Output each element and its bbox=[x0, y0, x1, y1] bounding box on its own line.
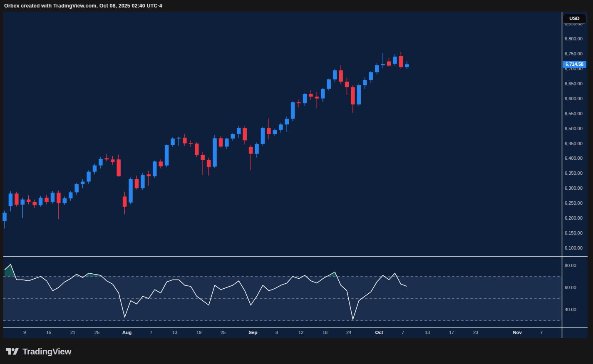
time-axis-label: 21 bbox=[70, 330, 75, 335]
candle-body bbox=[9, 193, 13, 206]
candle-body bbox=[243, 128, 247, 140]
price-axis-label: 6,450.00 bbox=[565, 141, 583, 146]
chart-page: Orbex created with TradingView.com, Oct … bbox=[0, 0, 593, 364]
candle-body bbox=[63, 198, 67, 203]
candle-body bbox=[2, 213, 7, 221]
candle-body bbox=[93, 166, 97, 172]
candle-body bbox=[267, 128, 271, 134]
candle-body bbox=[195, 144, 199, 155]
candle-body bbox=[27, 200, 31, 202]
candle-body bbox=[381, 64, 385, 65]
candle bbox=[291, 102, 295, 121]
candle-body bbox=[297, 102, 301, 103]
candle-body bbox=[87, 172, 91, 182]
candle-body bbox=[333, 70, 337, 79]
candle-body bbox=[141, 175, 145, 188]
candle bbox=[357, 84, 361, 106]
candle-body bbox=[321, 89, 325, 99]
candle-body bbox=[387, 62, 391, 66]
tradingview-logo-text: TradingView bbox=[22, 347, 71, 357]
candle-body bbox=[345, 82, 349, 87]
candle-body bbox=[207, 160, 211, 167]
candle bbox=[129, 177, 133, 204]
candle-body bbox=[81, 181, 85, 184]
candle-body bbox=[303, 94, 307, 103]
price-axis-label: 6,650.00 bbox=[565, 81, 583, 87]
candle-body bbox=[285, 119, 289, 125]
time-axis-label: 24 bbox=[346, 330, 351, 335]
price-axis-label: 6,100.00 bbox=[565, 245, 583, 251]
candle-body bbox=[231, 134, 235, 139]
candle-body bbox=[327, 79, 331, 89]
candle-body bbox=[405, 64, 409, 67]
candle-body bbox=[147, 174, 151, 176]
currency-toggle-button[interactable]: USD bbox=[563, 14, 586, 24]
candle-body bbox=[123, 196, 127, 206]
last-price-badge: 6,714.58 bbox=[563, 61, 586, 68]
candle-body bbox=[375, 65, 379, 72]
candle-body bbox=[69, 192, 73, 198]
tradingview-logo[interactable]: TradingView bbox=[6, 345, 71, 358]
rsi-axis-label: 40.00 bbox=[565, 307, 576, 312]
tradingview-logo-icon bbox=[6, 347, 19, 357]
price-axis-label: 6,400.00 bbox=[565, 155, 583, 161]
candle-body bbox=[219, 138, 223, 146]
time-axis-label: 7 bbox=[150, 330, 152, 335]
candle-body bbox=[255, 144, 259, 154]
candle-body bbox=[15, 193, 19, 205]
candle-body bbox=[357, 85, 361, 104]
price-axis-label: 6,500.00 bbox=[565, 126, 583, 131]
candle bbox=[261, 126, 265, 146]
last-price-value: 6,714.58 bbox=[566, 62, 583, 67]
candle-body bbox=[291, 102, 295, 119]
candle bbox=[153, 161, 157, 178]
price-axis-label: 6,300.00 bbox=[565, 185, 583, 191]
price-axis-label: 6,150.00 bbox=[565, 230, 583, 236]
candle-body bbox=[279, 124, 283, 130]
candle-body bbox=[135, 179, 139, 188]
candle-body bbox=[399, 56, 403, 67]
candle bbox=[195, 142, 199, 157]
candle-body bbox=[32, 202, 37, 205]
candle-body bbox=[315, 97, 319, 98]
candle-body bbox=[129, 179, 133, 203]
candle-body bbox=[153, 161, 157, 176]
time-axis-label: 13 bbox=[172, 330, 177, 335]
price-axis-label: 6,600.00 bbox=[565, 96, 583, 102]
candle-body bbox=[249, 147, 253, 154]
candle-body bbox=[57, 193, 61, 203]
time-axis-label: 7 bbox=[540, 330, 543, 335]
time-axis-label: 25 bbox=[94, 330, 99, 335]
candle-body bbox=[201, 155, 205, 160]
candle-body bbox=[351, 87, 355, 104]
time-axis-label: 9 bbox=[23, 330, 26, 335]
candle-body bbox=[21, 200, 25, 205]
candle-body bbox=[183, 138, 187, 144]
candle bbox=[51, 191, 55, 203]
candle-body bbox=[39, 198, 43, 205]
candle bbox=[15, 192, 19, 207]
candle bbox=[327, 79, 331, 91]
time-axis-label: Aug bbox=[122, 330, 132, 335]
price-axis-label: 6,550.00 bbox=[565, 111, 583, 116]
time-axis-label: 17 bbox=[449, 330, 454, 335]
price-axis-label: 6,250.00 bbox=[565, 200, 583, 206]
chart-canvas[interactable] bbox=[0, 0, 593, 364]
rsi-axis-label: 80.00 bbox=[565, 262, 576, 268]
currency-label: USD bbox=[569, 16, 579, 21]
candle-body bbox=[45, 198, 49, 202]
price-axis-label: 6,200.00 bbox=[565, 215, 583, 221]
time-axis-label: 12 bbox=[298, 330, 303, 335]
title-bar: Orbex created with TradingView.com, Oct … bbox=[0, 0, 593, 12]
chart-attribution-title: Orbex created with TradingView.com, Oct … bbox=[4, 3, 162, 9]
time-axis-label: 23 bbox=[473, 330, 478, 335]
candle-body bbox=[363, 80, 367, 85]
candle-body bbox=[171, 139, 175, 145]
time-axis-label: 18 bbox=[323, 330, 328, 335]
candle-body bbox=[111, 159, 115, 162]
candle-body bbox=[51, 193, 55, 202]
candle-body bbox=[105, 158, 109, 159]
price-axis-label: 6,750.00 bbox=[565, 51, 583, 57]
time-axis-label: 19 bbox=[196, 330, 201, 335]
candle-body bbox=[393, 57, 397, 64]
